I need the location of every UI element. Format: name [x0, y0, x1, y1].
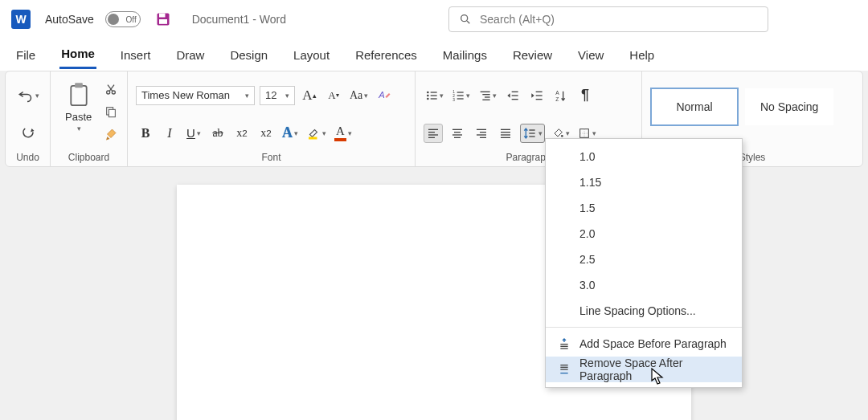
document-title: Document1 - Word [192, 13, 286, 26]
line-spacing-options[interactable]: Line Spacing Options... [546, 298, 742, 324]
svg-rect-2 [159, 19, 167, 24]
tab-help[interactable]: Help [628, 42, 656, 68]
spacing-2-5[interactable]: 2.5 [546, 247, 742, 272]
group-undo-label: Undo [14, 152, 42, 165]
justify-button[interactable] [496, 124, 515, 143]
redo-button[interactable] [14, 124, 42, 143]
autosave-label: AutoSave [45, 13, 94, 26]
add-space-before-icon [557, 336, 571, 351]
svg-point-14 [427, 94, 429, 96]
align-left-button[interactable] [424, 124, 443, 143]
line-spacing-menu: 1.0 1.15 1.5 2.0 2.5 3.0 Line Spacing Op… [545, 138, 743, 388]
tab-home[interactable]: Home [59, 40, 96, 69]
svg-point-56 [561, 135, 563, 137]
tab-review[interactable]: Review [511, 42, 554, 68]
word-app-icon: W [11, 10, 31, 29]
line-spacing-icon [522, 127, 537, 140]
remove-space-after[interactable]: Remove Space After Paragraph [546, 357, 742, 382]
svg-point-3 [461, 15, 468, 22]
svg-rect-5 [71, 85, 86, 104]
group-font: Times New Roman▾ 12▾ A▴ A▾ Aa▾ A B I U▾ … [128, 71, 416, 166]
autosave-toggle[interactable]: Off [105, 11, 141, 27]
title-bar: W AutoSave Off Document1 - Word Search (… [0, 0, 868, 39]
highlight-button[interactable]: ▾ [305, 124, 328, 143]
bold-button[interactable]: B [136, 124, 155, 143]
grow-font-button[interactable]: A▴ [300, 86, 319, 105]
tab-references[interactable]: References [354, 42, 419, 68]
bullets-button[interactable]: ▾ [424, 86, 445, 105]
svg-rect-12 [309, 137, 317, 139]
style-normal[interactable]: Normal [650, 88, 739, 126]
highlighter-icon [306, 126, 321, 141]
search-icon [459, 13, 472, 26]
tab-mailings[interactable]: Mailings [441, 42, 489, 68]
tab-insert[interactable]: Insert [119, 42, 153, 68]
add-space-before[interactable]: Add Space Before Paragraph [546, 331, 742, 357]
cut-button[interactable] [101, 80, 121, 99]
italic-button[interactable]: I [160, 124, 179, 143]
copy-button[interactable] [101, 102, 121, 121]
save-icon[interactable] [155, 11, 171, 27]
svg-text:Z: Z [555, 96, 559, 101]
strikethrough-button[interactable]: ab [208, 124, 227, 143]
menu-separator [546, 327, 742, 328]
svg-rect-6 [75, 83, 83, 88]
align-center-button[interactable] [448, 124, 467, 143]
font-name-combo[interactable]: Times New Roman▾ [136, 86, 255, 105]
svg-text:A: A [379, 90, 386, 100]
spacing-1-15[interactable]: 1.15 [546, 169, 742, 195]
line-spacing-button[interactable]: ▾ [520, 124, 545, 143]
svg-rect-1 [159, 14, 166, 18]
paste-icon [67, 82, 91, 109]
svg-text:3: 3 [452, 97, 455, 101]
tab-layout[interactable]: Layout [292, 42, 331, 68]
tab-draw[interactable]: Draw [174, 42, 206, 68]
subscript-button[interactable]: x2 [232, 124, 252, 143]
clear-formatting-button[interactable]: A [375, 86, 394, 105]
undo-button[interactable]: ▾ [14, 86, 42, 105]
group-clipboard-label: Clipboard [59, 152, 119, 165]
numbering-button[interactable]: 123▾ [450, 86, 472, 105]
tab-view[interactable]: View [576, 42, 605, 68]
svg-line-4 [467, 21, 469, 23]
spacing-3-0[interactable]: 3.0 [546, 272, 742, 298]
style-no-spacing[interactable]: No Spacing [745, 88, 833, 125]
spacing-1-0[interactable]: 1.0 [546, 144, 742, 169]
tab-design[interactable]: Design [228, 42, 269, 68]
svg-rect-10 [109, 109, 116, 116]
spacing-2-0[interactable]: 2.0 [546, 221, 742, 247]
search-placeholder: Search (Alt+Q) [480, 13, 555, 26]
sort-button[interactable]: AZ [551, 86, 571, 105]
spacing-1-5[interactable]: 1.5 [546, 195, 742, 221]
scissors-icon [104, 83, 117, 96]
svg-point-13 [427, 91, 429, 93]
text-effects-button[interactable]: A▾ [280, 124, 300, 143]
show-marks-button[interactable]: ¶ [575, 86, 595, 105]
tab-file[interactable]: File [14, 42, 37, 68]
multilevel-list-button[interactable]: ▾ [477, 86, 498, 105]
font-color-button[interactable]: A▾ [333, 124, 354, 143]
eraser-a-icon: A [377, 88, 391, 103]
shrink-font-button[interactable]: A▾ [324, 86, 343, 105]
group-font-label: Font [136, 152, 407, 165]
paste-button[interactable]: Paste ▾ [59, 76, 98, 137]
underline-button[interactable]: U▾ [184, 124, 203, 143]
group-clipboard: Paste ▾ Clipboard [51, 71, 128, 166]
format-painter-button[interactable] [101, 124, 121, 144]
align-right-button[interactable] [472, 124, 491, 143]
remove-space-after-icon [557, 362, 571, 377]
group-undo: ▾ Undo [6, 71, 51, 166]
copy-icon [104, 105, 117, 118]
ribbon-tabs: File Home Insert Draw Design Layout Refe… [0, 39, 868, 71]
svg-text:A: A [555, 90, 559, 96]
superscript-button[interactable]: x2 [256, 124, 276, 143]
change-case-button[interactable]: Aa▾ [348, 86, 370, 105]
search-box[interactable]: Search (Alt+Q) [448, 6, 768, 32]
svg-point-15 [427, 97, 429, 100]
decrease-indent-button[interactable] [503, 86, 522, 105]
font-size-combo[interactable]: 12▾ [260, 86, 295, 105]
increase-indent-button[interactable] [527, 86, 547, 105]
brush-icon [104, 127, 118, 141]
